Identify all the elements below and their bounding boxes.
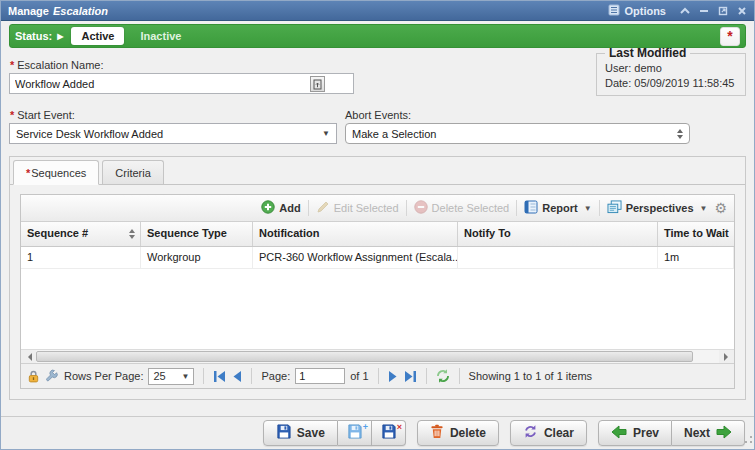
minimize-icon[interactable] [699, 6, 709, 15]
dropdown-caret-icon: ▼ [322, 129, 330, 138]
save-and-new-button[interactable]: + [338, 420, 372, 446]
window-title-emphasis: Escalation [53, 5, 108, 17]
save-button-group: Save + × [263, 420, 406, 446]
edit-selected-button[interactable]: Edit Selected [316, 200, 399, 216]
first-page-icon[interactable] [213, 371, 226, 382]
clear-button[interactable]: Clear [510, 420, 587, 446]
paging-toolbar: Rows Per Page: 25 ▼ Page: of 1 [21, 363, 734, 388]
sequences-tab-body: Add Edit Selected Delete Sel [10, 185, 745, 399]
plus-badge-icon: + [363, 423, 368, 432]
add-button[interactable]: Add [261, 200, 300, 216]
delete-selected-button[interactable]: Delete Selected [414, 200, 510, 216]
required-marker: * [10, 109, 14, 121]
updown-stepper-icon [677, 129, 683, 139]
column-header-sequence-type[interactable]: Sequence Type [141, 222, 253, 246]
start-event-label: * Start Event: [10, 109, 75, 121]
column-header-sequence-number[interactable]: Sequence # [21, 222, 141, 246]
paging-separator [378, 368, 379, 384]
tab-sequences[interactable]: * Sequences [13, 160, 99, 185]
scrollbar-thumb[interactable] [36, 351, 693, 362]
page-number-input[interactable] [295, 368, 345, 384]
last-page-icon[interactable] [404, 371, 417, 382]
wrench-icon[interactable] [45, 369, 59, 383]
last-modified-legend: Last Modified [605, 46, 690, 60]
grid-header-row: Sequence # Sequence Type Notification No… [21, 222, 734, 247]
grid-toolbar: Add Edit Selected Delete Sel [21, 195, 734, 222]
lock-icon[interactable] [27, 370, 40, 383]
close-icon[interactable] [737, 6, 747, 16]
horizontal-scrollbar[interactable] [21, 349, 734, 363]
start-event-select[interactable]: Service Desk Workflow Added ▼ [9, 123, 337, 144]
options-icon [608, 4, 620, 18]
next-page-icon[interactable] [388, 371, 399, 382]
report-button[interactable]: Report ▼ [524, 200, 591, 216]
expand-editor-icon[interactable] [310, 76, 325, 92]
toolbar-separator [599, 200, 600, 216]
escalation-form: * Escalation Name: Last Modified User: d… [1, 52, 754, 156]
save-and-close-button[interactable]: × [372, 420, 406, 446]
abort-events-value: Make a Selection [352, 128, 673, 140]
column-header-notification[interactable]: Notification [253, 222, 458, 246]
required-marker: * [10, 59, 14, 71]
required-fields-button[interactable]: * [720, 27, 740, 46]
prev-page-icon[interactable] [231, 371, 242, 382]
paging-separator [459, 368, 460, 384]
options-menu-button[interactable]: Options [608, 4, 666, 18]
required-asterisk-icon: * [727, 29, 732, 43]
restore-icon[interactable] [718, 6, 728, 16]
scroll-left-icon[interactable] [21, 350, 36, 363]
save-and-close-floppy-icon [381, 424, 396, 442]
table-row[interactable]: 1 Workgroup PCR-360 Workflow Assignment … [21, 247, 734, 269]
status-option-active[interactable]: Active [71, 27, 124, 45]
refresh-icon[interactable] [436, 369, 450, 383]
dropdown-caret-icon: ▼ [700, 204, 708, 213]
required-marker: * [26, 167, 30, 179]
arrow-left-icon [611, 425, 627, 442]
report-icon [524, 200, 538, 216]
delete-button[interactable]: Delete [417, 420, 499, 446]
abort-events-select[interactable]: Make a Selection [345, 123, 690, 144]
status-caret-icon: ▶ [57, 32, 63, 41]
cross-badge-icon: × [397, 423, 402, 432]
column-header-time-to-wait[interactable]: Time to Wait [658, 222, 734, 246]
collapse-icon[interactable] [680, 7, 690, 14]
column-header-notify-to[interactable]: Notify To [458, 222, 658, 246]
window-title-prefix: Manage [8, 5, 49, 17]
sequences-grid: Add Edit Selected Delete Sel [20, 194, 735, 389]
cell-time-to-wait: 1m [658, 247, 734, 268]
edit-pencil-icon [316, 200, 330, 216]
grid-settings-gear-icon[interactable]: ⚙ [714, 201, 727, 215]
dropdown-caret-icon: ▼ [182, 372, 190, 381]
window-title: Manage Escalation [8, 5, 608, 17]
options-label: Options [624, 5, 666, 17]
cell-notification: PCR-360 Workflow Assignment (Escala... [253, 247, 458, 268]
prev-button[interactable]: Prev [598, 420, 672, 446]
last-modified-user: User: demo [605, 61, 737, 76]
page-label: Page: [261, 370, 290, 382]
paging-separator [426, 368, 427, 384]
cell-sequence-type: Workgroup [141, 247, 253, 268]
last-modified-fieldset: Last Modified User: demo Date: 05/09/201… [596, 46, 746, 96]
last-modified-date: Date: 05/09/2019 11:58:45 [605, 76, 737, 91]
save-button[interactable]: Save [263, 420, 338, 446]
sort-icon[interactable] [129, 229, 135, 239]
add-icon [261, 200, 275, 216]
save-floppy-icon [276, 424, 291, 442]
perspectives-icon [607, 200, 622, 216]
toolbar-separator [406, 200, 407, 216]
grid-empty-area [21, 269, 734, 349]
tab-criteria[interactable]: Criteria [102, 160, 163, 184]
status-option-inactive[interactable]: Inactive [132, 27, 189, 45]
rows-per-page-label: Rows Per Page: [64, 370, 143, 382]
tab-strip: * Sequences Criteria [10, 160, 745, 185]
cell-notify-to [458, 247, 658, 268]
resize-grip[interactable] [744, 430, 753, 448]
start-event-value: Service Desk Workflow Added [16, 128, 318, 140]
titlebar: Manage Escalation Options [1, 1, 754, 21]
escalation-name-input[interactable] [10, 78, 353, 90]
perspectives-button[interactable]: Perspectives ▼ [607, 200, 708, 216]
rows-per-page-select[interactable]: 25 ▼ [148, 368, 194, 385]
next-button[interactable]: Next [672, 420, 745, 446]
save-and-new-floppy-icon [347, 424, 362, 442]
scroll-right-icon[interactable] [719, 350, 734, 363]
